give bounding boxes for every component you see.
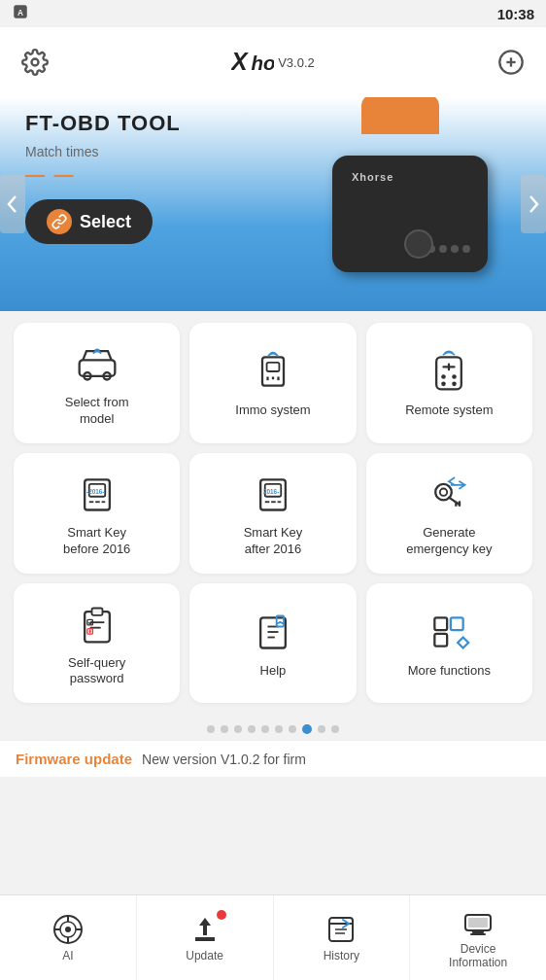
- grid-item-self-query-password[interactable]: Self-querypassword: [14, 583, 180, 704]
- pagination-dot-8: [302, 724, 312, 734]
- ai-icon-wrap: [52, 914, 84, 945]
- firmware-bar[interactable]: Firmware update New version V1.0.2 for f…: [0, 740, 546, 777]
- add-button[interactable]: [492, 43, 530, 82]
- svg-point-2: [32, 59, 39, 66]
- pagination: [0, 715, 546, 740]
- firmware-version: New version V1.0.2 for firm: [142, 752, 306, 767]
- nav-item-update[interactable]: Update: [137, 895, 274, 980]
- select-label: Select: [80, 212, 131, 232]
- svg-rect-16: [436, 358, 461, 390]
- bottom-nav: AI Update History: [0, 894, 546, 980]
- update-icon-wrap: [189, 914, 221, 945]
- history-icon: [325, 914, 357, 945]
- pagination-dot-9: [318, 725, 325, 733]
- svg-point-20: [453, 375, 458, 380]
- svg-rect-72: [472, 930, 484, 933]
- svg-rect-56: [451, 617, 463, 630]
- svg-rect-73: [470, 933, 486, 935]
- svg-rect-12: [267, 363, 280, 371]
- banner-prev-button[interactable]: [0, 175, 25, 233]
- svg-point-19: [442, 375, 447, 380]
- pagination-dot-3: [234, 725, 242, 733]
- ai-icon: [52, 914, 84, 945]
- pagination-dot-2: [221, 725, 228, 733]
- grid-item-select-from-model[interactable]: Select frommodel: [14, 323, 180, 443]
- nav-label-ai: AI: [62, 949, 73, 962]
- select-btn-icon: [47, 209, 72, 234]
- banner: FT-OBD TOOL Match times — — Select Xhors…: [0, 97, 546, 311]
- pagination-dot-5: [261, 725, 269, 733]
- nav-item-history[interactable]: History: [274, 895, 411, 980]
- app-logo: X horse V3.0.2: [54, 44, 492, 81]
- xhorse-logo-icon: X horse: [231, 44, 274, 81]
- pagination-dot-6: [275, 725, 283, 733]
- nav-label-history: History: [324, 949, 359, 962]
- svg-text:-2016-: -2016-: [86, 488, 105, 495]
- device-icon: [462, 907, 494, 938]
- svg-point-65: [65, 927, 71, 932]
- pagination-dot-4: [248, 725, 256, 733]
- logo-version: V3.0.2: [278, 55, 315, 70]
- android-icon: A: [12, 3, 29, 24]
- status-time: 10:38: [497, 6, 534, 22]
- grid-label-generate-emergency-key: Generateemergency key: [406, 525, 492, 558]
- svg-line-37: [449, 497, 460, 504]
- grid-label-remote-system: Remote system: [405, 402, 493, 419]
- grid-item-immo-system[interactable]: Immo system: [189, 323, 356, 443]
- nav-item-ai[interactable]: AI: [0, 895, 137, 980]
- grid-item-remote-system[interactable]: Remote system: [366, 323, 532, 443]
- header: X horse V3.0.2: [0, 27, 546, 97]
- emergency-key-icon: [427, 472, 470, 515]
- svg-point-36: [440, 488, 447, 495]
- nav-label-update: Update: [186, 949, 223, 962]
- grid-item-generate-emergency-key[interactable]: Generateemergency key: [366, 453, 532, 574]
- grid-label-help: Help: [260, 663, 287, 680]
- obd-device-image: Xhorse: [323, 117, 517, 282]
- pagination-dot-10: [331, 725, 339, 733]
- more-functions-icon: [427, 611, 470, 653]
- update-badge: [217, 910, 226, 920]
- svg-marker-58: [458, 638, 468, 648]
- grid-label-self-query-password: Self-querypassword: [68, 655, 125, 688]
- grid-item-smart-key-before-2016[interactable]: -2016- Smart Keybefore 2016: [14, 453, 180, 574]
- grid-item-more-functions[interactable]: More functions: [366, 583, 532, 704]
- svg-text:X: X: [231, 48, 249, 75]
- car-icon: [76, 342, 119, 385]
- key-icon: [252, 350, 294, 393]
- svg-rect-57: [435, 634, 448, 647]
- smartkey-after-icon: 2016-: [252, 472, 294, 515]
- function-grid: Select frommodel Immo system: [0, 311, 546, 715]
- pagination-dot-1: [207, 725, 215, 733]
- smartkey-before-icon: -2016-: [76, 472, 119, 515]
- settings-button[interactable]: [16, 43, 54, 82]
- svg-text:A: A: [17, 9, 23, 18]
- clipboard-icon: [76, 603, 119, 646]
- grid-label-immo-system: Immo system: [235, 402, 310, 419]
- grid-item-smart-key-after-2016[interactable]: 2016- Smart Keyafter 2016: [189, 453, 356, 574]
- firmware-label: Firmware update: [16, 751, 132, 767]
- svg-text:horse: horse: [252, 52, 274, 74]
- device-icon-wrap: [462, 907, 494, 938]
- status-bar: A 10:38: [0, 0, 546, 27]
- svg-rect-41: [91, 608, 102, 614]
- svg-rect-55: [435, 617, 448, 630]
- svg-rect-71: [468, 918, 488, 928]
- grid-label-smart-key-after-2016: Smart Keyafter 2016: [244, 525, 303, 558]
- svg-point-22: [453, 382, 458, 387]
- grid-item-help[interactable]: Help: [189, 583, 356, 704]
- banner-next-button[interactable]: [521, 175, 546, 233]
- svg-text:2016-: 2016-: [263, 488, 279, 495]
- nav-item-device-information[interactable]: DeviceInformation: [410, 895, 546, 980]
- remote-icon: [427, 350, 470, 393]
- help-book-icon: [252, 611, 294, 653]
- grid-label-smart-key-before-2016: Smart Keybefore 2016: [63, 525, 130, 558]
- nav-label-device-information: DeviceInformation: [449, 942, 507, 969]
- grid-label-more-functions: More functions: [408, 663, 491, 680]
- history-icon-wrap: [325, 914, 357, 945]
- select-button[interactable]: Select: [25, 199, 153, 244]
- svg-point-21: [442, 382, 447, 387]
- grid-label-select-from-model: Select frommodel: [65, 395, 129, 428]
- update-icon: [189, 914, 221, 945]
- pagination-dot-7: [289, 725, 296, 733]
